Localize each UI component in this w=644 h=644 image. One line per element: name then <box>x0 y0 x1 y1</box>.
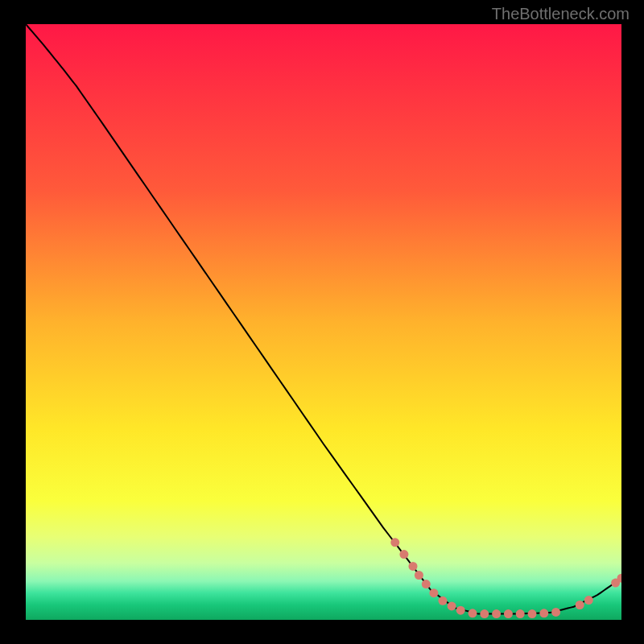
sample-dots <box>390 538 621 618</box>
data-point <box>576 601 584 609</box>
data-point <box>415 571 423 580</box>
data-point <box>516 609 525 618</box>
data-point <box>551 608 560 617</box>
data-point <box>399 550 408 559</box>
data-point <box>448 601 456 610</box>
data-point <box>456 606 465 615</box>
data-point <box>422 580 431 588</box>
chart-overlay <box>26 24 621 620</box>
data-point <box>439 597 448 605</box>
data-point <box>492 609 501 618</box>
data-point <box>480 609 489 618</box>
data-point <box>469 609 477 617</box>
watermark-text: TheBottleneck.com <box>492 5 630 23</box>
data-point <box>390 538 399 547</box>
data-point <box>539 609 548 617</box>
data-point <box>409 562 418 571</box>
chart-plot-area <box>26 24 621 620</box>
data-point <box>429 588 438 597</box>
data-point <box>528 609 537 618</box>
bottleneck-curve <box>26 24 621 614</box>
data-point <box>584 596 593 605</box>
data-point <box>504 609 513 618</box>
